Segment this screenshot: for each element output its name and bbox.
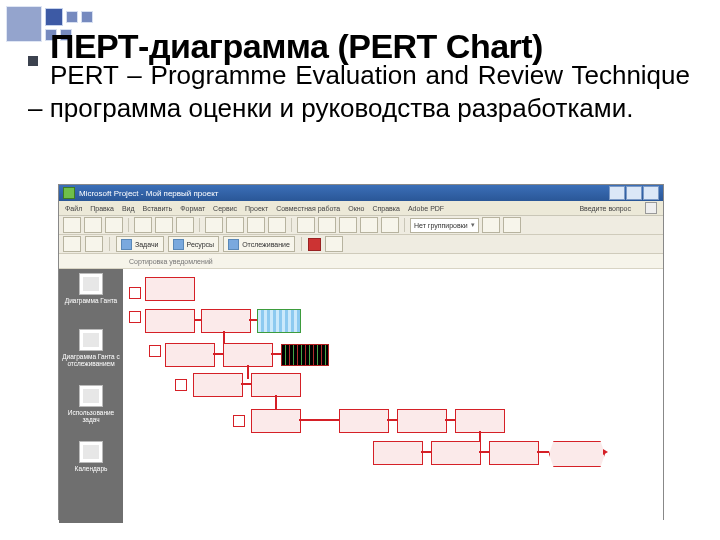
new-button[interactable] xyxy=(63,217,81,233)
tasks-button[interactable]: Задачи xyxy=(116,236,164,252)
minimize-button[interactable] xyxy=(609,186,625,200)
track-button[interactable]: Отслеживание xyxy=(223,236,295,252)
pdf-button[interactable] xyxy=(63,236,81,252)
menu-item[interactable]: Вставить xyxy=(143,205,173,212)
gantt-track-icon xyxy=(79,329,103,351)
flag-icon[interactable] xyxy=(308,238,321,251)
pert-node[interactable] xyxy=(193,373,243,397)
menu-item[interactable]: Формат xyxy=(180,205,205,212)
view-toolbar: Задачи Ресурсы Отслеживание xyxy=(59,235,663,254)
formatpainter-button[interactable] xyxy=(268,217,286,233)
pert-canvas[interactable] xyxy=(123,269,663,523)
undo-button[interactable] xyxy=(297,217,315,233)
sidebar-item-calendar[interactable]: Календарь xyxy=(59,441,123,497)
cut-button[interactable] xyxy=(205,217,223,233)
pdf-mail-button[interactable] xyxy=(85,236,103,252)
close-button[interactable] xyxy=(643,186,659,200)
copy-button[interactable] xyxy=(226,217,244,233)
pert-node[interactable] xyxy=(223,343,273,367)
help-icon[interactable] xyxy=(503,217,521,233)
menu-item[interactable]: Adobe PDF xyxy=(408,205,444,212)
pert-node[interactable] xyxy=(373,441,423,465)
resources-button[interactable]: Ресурсы xyxy=(168,236,220,252)
redo-button[interactable] xyxy=(318,217,336,233)
sidebar-item-taskusage[interactable]: Использование задач xyxy=(59,385,123,441)
pert-summary-toggle[interactable] xyxy=(149,345,161,357)
link-button[interactable] xyxy=(339,217,357,233)
pert-node-active[interactable] xyxy=(257,309,301,333)
menu-item[interactable]: Вид xyxy=(122,205,135,212)
pert-node[interactable] xyxy=(397,409,447,433)
help-hint[interactable]: Введите вопрос xyxy=(579,205,631,212)
menu-item[interactable]: Совместная работа xyxy=(276,205,340,212)
preview-button[interactable] xyxy=(155,217,173,233)
pert-node-critical[interactable] xyxy=(281,344,329,366)
split-button[interactable] xyxy=(381,217,399,233)
view-sidebar: Диаграмма Ганта Диаграмма Ганта с отслеж… xyxy=(59,269,123,523)
pert-node[interactable] xyxy=(145,309,195,333)
group-combo[interactable]: Нет группировки xyxy=(410,218,479,233)
pert-node[interactable] xyxy=(201,309,251,333)
formula-text: Сортировка уведомлений xyxy=(129,258,213,265)
calendar-icon xyxy=(79,441,103,463)
pert-summary-toggle[interactable] xyxy=(233,415,245,427)
pert-summary-toggle[interactable] xyxy=(129,287,141,299)
pert-summary-toggle[interactable] xyxy=(175,379,187,391)
open-button[interactable] xyxy=(84,217,102,233)
pert-node[interactable] xyxy=(165,343,215,367)
pert-node[interactable] xyxy=(339,409,389,433)
menu-item[interactable]: Справка xyxy=(372,205,399,212)
pert-node[interactable] xyxy=(251,373,301,397)
menubar: Файл Правка Вид Вставить Формат Сервис П… xyxy=(59,201,663,216)
unlink-button[interactable] xyxy=(360,217,378,233)
menu-item[interactable]: Правка xyxy=(90,205,114,212)
paste-button[interactable] xyxy=(247,217,265,233)
menu-item[interactable]: Сервис xyxy=(213,205,237,212)
sidebar-item-gantt[interactable]: Диаграмма Ганта xyxy=(59,273,123,329)
pert-node[interactable] xyxy=(489,441,539,465)
zoom-button[interactable] xyxy=(482,217,500,233)
bullet-paragraph: PERT – Programme Evaluation and Review T… xyxy=(28,56,690,124)
save-button[interactable] xyxy=(105,217,123,233)
spellcheck-button[interactable] xyxy=(176,217,194,233)
standard-toolbar: Нет группировки xyxy=(59,216,663,235)
menu-item[interactable]: Окно xyxy=(348,205,364,212)
pert-node[interactable] xyxy=(455,409,505,433)
pert-milestone[interactable] xyxy=(549,441,605,467)
pert-node[interactable] xyxy=(431,441,481,465)
menu-item[interactable]: Файл xyxy=(65,205,82,212)
window-titlebar: Microsoft Project - Мой первый проект xyxy=(59,185,663,201)
task-usage-icon xyxy=(79,385,103,407)
arrow-icon xyxy=(603,449,608,455)
app-icon xyxy=(63,187,75,199)
gantt-icon xyxy=(79,273,103,295)
pert-summary-toggle[interactable] xyxy=(129,311,141,323)
window-title: Microsoft Project - Мой первый проект xyxy=(79,189,218,198)
menu-item[interactable]: Проект xyxy=(245,205,268,212)
mdi-close-icon[interactable] xyxy=(645,202,657,214)
pert-node[interactable] xyxy=(145,277,195,301)
bullet-text: PERT – Programme Evaluation and Review T… xyxy=(28,60,690,123)
bullet-marker xyxy=(28,56,38,66)
formula-bar: Сортировка уведомлений xyxy=(59,254,663,269)
print-button[interactable] xyxy=(134,217,152,233)
pert-node[interactable] xyxy=(251,409,301,433)
sidebar-item-gantt-track[interactable]: Диаграмма Ганта с отслеживанием xyxy=(59,329,123,385)
msproject-screenshot: Microsoft Project - Мой первый проект Фа… xyxy=(58,184,664,520)
misc-button[interactable] xyxy=(325,236,343,252)
maximize-button[interactable] xyxy=(626,186,642,200)
